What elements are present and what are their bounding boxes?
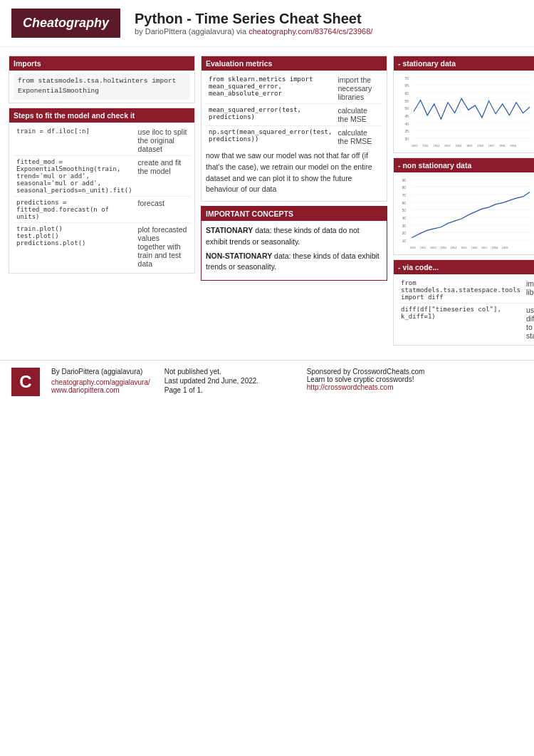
via-code-code: from statmodels.tsa.statespace.tools imp…: [398, 277, 523, 304]
svg-text:1952: 1952: [434, 144, 440, 147]
footer-last-updated: Last updated 2nd June, 2022.: [164, 377, 293, 385]
important-section: IMPORTANT CONCEPTS STATIONARY data: thes…: [201, 206, 387, 281]
column-2: Evaluation metrics from sklearn.metrics …: [198, 53, 390, 348]
svg-text:1950: 1950: [412, 144, 418, 147]
important-line: STATIONARY data: these kinds of data do …: [206, 225, 382, 248]
non-stationary-chart: 90 80 70 60 50 40 30 20 10: [394, 172, 534, 254]
eval-code: from sklearn.metrics import mean_squared…: [206, 73, 335, 104]
svg-text:50: 50: [405, 106, 409, 110]
main-grid: Imports from statsmodels.tsa.holtwinters…: [0, 47, 534, 354]
table-row: diff(df["timeseries col"], k_diff=1) use…: [398, 304, 534, 343]
page-title: Python - Time Series Cheat Sheet: [135, 11, 372, 27]
svg-text:20: 20: [402, 231, 407, 235]
eval-code: np.sqrt(mean_squared_error(test, predict…: [206, 126, 335, 148]
stationary-chart: 70 65 60 55 50 45 40 35 30: [394, 71, 534, 152]
svg-text:60: 60: [405, 91, 409, 95]
svg-text:1954: 1954: [456, 144, 462, 147]
column-3: - stationary data 70 65 60 55 50 45 40 3…: [390, 53, 534, 348]
svg-text:30: 30: [402, 223, 407, 227]
footer-col1: C By DarioPittera (aggialavura) cheatogr…: [11, 368, 150, 396]
svg-text:55: 55: [405, 98, 409, 103]
svg-text:40: 40: [405, 121, 409, 125]
important-term: NON-STATIONARY: [206, 252, 272, 260]
via-code-section: - via code... from statmodels.tsa.states…: [393, 259, 534, 346]
svg-text:90: 90: [402, 177, 407, 182]
table-row: fitted_mod = ExponentialSmoothing(train,…: [14, 155, 190, 196]
table-row: mean_squared_error(test, predictions) ca…: [206, 104, 382, 126]
svg-text:70: 70: [402, 193, 407, 197]
imports-section: Imports from statsmodels.tsa.holtwinters…: [9, 56, 195, 103]
svg-text:60: 60: [402, 200, 407, 204]
subtitle-by: by DarioPittera (aggialavura) via: [135, 27, 246, 36]
svg-text:1956: 1956: [471, 246, 478, 249]
svg-text:1951: 1951: [420, 246, 426, 249]
eval-section: Evaluation metrics from sklearn.metrics …: [201, 56, 387, 202]
step-desc: plot forecasted values together with tra…: [135, 222, 190, 270]
footer-logo: C: [11, 368, 40, 396]
important-line: NON-STATIONARY data: these kinds of data…: [206, 251, 382, 274]
footer-author-info: By DarioPittera (aggialavura) cheatograp…: [51, 368, 150, 394]
footer-col3: Sponsored by CrosswordCheats.com Learn t…: [307, 368, 425, 391]
step-desc: create and fit the model: [135, 155, 190, 196]
svg-text:1950: 1950: [409, 246, 416, 249]
imports-content: from statsmodels.tsa.holtwinters import …: [9, 71, 194, 103]
footer-link1[interactable]: cheatography.com/aggialavura/: [51, 378, 150, 386]
table-row: predictions = fitted_mod.forecast(n of u…: [14, 196, 190, 222]
via-code-content: from statmodels.tsa.statespace.tools imp…: [394, 274, 534, 345]
eval-content: from sklearn.metrics import mean_squared…: [201, 71, 387, 201]
column-1: Imports from statsmodels.tsa.holtwinters…: [6, 53, 198, 348]
eval-desc: import the necessary libraries: [335, 73, 382, 104]
table-row: from statmodels.tsa.statespace.tools imp…: [398, 277, 534, 304]
step-code: fitted_mod = ExponentialSmoothing(train,…: [14, 155, 135, 196]
via-code-header: - via code...: [394, 260, 534, 274]
non-stationary-section: - non stationary data 90 80 70 60 50 40 …: [393, 157, 534, 255]
svg-text:1958: 1958: [499, 144, 506, 147]
stationary-chart-svg: 70 65 60 55 50 45 40 35 30: [397, 73, 533, 150]
svg-text:1953: 1953: [444, 144, 451, 147]
important-term: STATIONARY: [206, 226, 253, 234]
step-desc: forecast: [135, 196, 190, 222]
footer-col2: Not published yet. Last updated 2nd June…: [164, 368, 293, 395]
svg-text:1958: 1958: [491, 246, 498, 249]
important-content: STATIONARY data: these kinds of data do …: [201, 221, 387, 280]
header-title: Python - Time Series Cheat Sheet by Dari…: [135, 11, 372, 36]
eval-table: from sklearn.metrics import mean_squared…: [206, 73, 382, 147]
header: Cheatography Python - Time Series Cheat …: [0, 0, 534, 47]
important-header: IMPORTANT CONCEPTS: [201, 207, 387, 221]
via-code-code: diff(df["timeseries col"], k_diff=1): [398, 304, 523, 343]
svg-text:1956: 1956: [477, 144, 483, 147]
svg-text:50: 50: [402, 208, 407, 212]
table-row: train.plot() test.plot() predictions.plo…: [14, 222, 190, 270]
footer-sponsored-sub: Learn to solve cryptic crosswords!: [307, 376, 425, 383]
imports-header: Imports: [9, 56, 194, 71]
steps-content: train = df.iloc[:n] use iloc to split th…: [9, 123, 194, 273]
svg-text:1954: 1954: [451, 246, 457, 249]
svg-text:30: 30: [405, 137, 409, 141]
svg-text:80: 80: [402, 185, 407, 190]
svg-text:65: 65: [405, 83, 409, 88]
svg-text:1959: 1959: [510, 144, 516, 147]
eval-desc: calculate the RMSE: [335, 126, 382, 148]
non-stationary-chart-svg: 90 80 70 60 50 40 30 20 10: [397, 175, 533, 252]
footer-link2[interactable]: www.dariopittera.com: [51, 386, 150, 394]
footer-author: By DarioPittera (aggialavura): [51, 368, 150, 376]
steps-header: Steps to fit the model and check it: [9, 108, 194, 123]
steps-section: Steps to fit the model and check it trai…: [9, 108, 195, 274]
svg-text:10: 10: [402, 239, 407, 243]
step-code: train.plot() test.plot() predictions.plo…: [14, 222, 135, 270]
stationary-section: - stationary data 70 65 60 55 50 45 40 3…: [393, 56, 534, 153]
svg-text:1957: 1957: [488, 144, 495, 147]
subtitle-link[interactable]: cheatography.com/83764/cs/23968/: [248, 27, 372, 36]
step-desc: use iloc to split the original dataset: [135, 125, 190, 156]
svg-text:40: 40: [402, 216, 407, 220]
svg-text:45: 45: [405, 114, 409, 118]
footer-sponsored-link[interactable]: http://crosswordcheats.com: [307, 383, 394, 391]
svg-text:1959: 1959: [502, 246, 508, 249]
footer-page: Page 1 of 1.: [164, 386, 293, 394]
table-row: np.sqrt(mean_squared_error(test, predict…: [206, 126, 382, 148]
svg-text:70: 70: [405, 76, 409, 80]
eval-header: Evaluation metrics: [201, 56, 387, 71]
footer-not-published: Not published yet.: [164, 368, 293, 376]
svg-text:1955: 1955: [466, 144, 473, 147]
logo: Cheatography: [11, 9, 120, 38]
